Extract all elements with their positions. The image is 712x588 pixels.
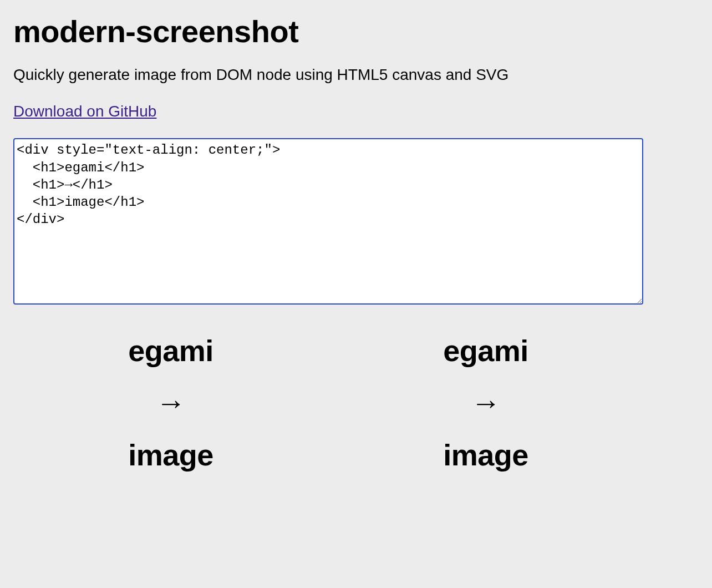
preview-row: egami → image egami → image [13,316,643,490]
html-source-textarea[interactable] [13,138,643,305]
preview-arrow: → [13,386,328,420]
page-title: modern-screenshot [13,13,699,49]
output-arrow: → [328,386,643,420]
live-preview-pane: egami → image [13,316,328,490]
output-line-3: image [328,438,643,472]
preview-line-3: image [13,438,328,472]
download-github-link[interactable]: Download on GitHub [13,103,156,120]
screenshot-output-pane: egami → image [328,316,643,490]
preview-line-1: egami [13,333,328,368]
output-line-1: egami [328,333,643,368]
page-subtitle: Quickly generate image from DOM node usi… [13,65,699,85]
